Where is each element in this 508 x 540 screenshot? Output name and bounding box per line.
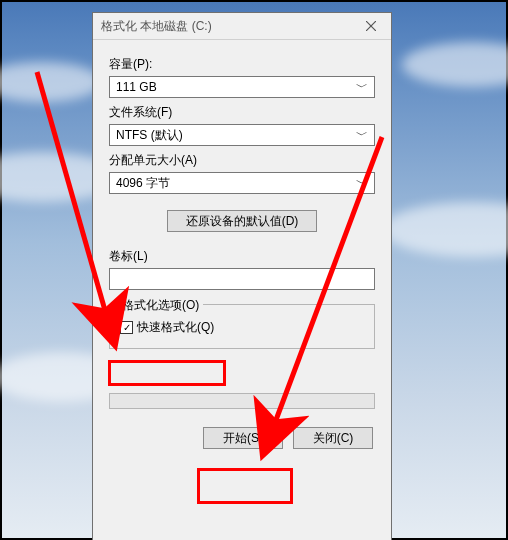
- format-options-group: 格式化选项(O) ✓ 快速格式化(Q): [109, 304, 375, 349]
- capacity-select[interactable]: 111 GB ﹀: [109, 76, 375, 98]
- chevron-down-icon: ﹀: [354, 127, 370, 144]
- button-row: 开始(S) 关闭(C): [109, 427, 375, 449]
- allocation-select[interactable]: 4096 字节 ﹀: [109, 172, 375, 194]
- quick-format-checkbox-row[interactable]: ✓ 快速格式化(Q): [120, 319, 364, 336]
- progress-bar: [109, 393, 375, 409]
- restore-defaults-label: 还原设备的默认值(D): [186, 213, 299, 230]
- capacity-label: 容量(P):: [109, 56, 375, 73]
- window-close-button[interactable]: [351, 13, 391, 39]
- chevron-down-icon: ﹀: [354, 175, 370, 192]
- close-icon: [366, 21, 376, 31]
- filesystem-select[interactable]: NTFS (默认) ﹀: [109, 124, 375, 146]
- capacity-value: 111 GB: [116, 80, 157, 94]
- start-button[interactable]: 开始(S): [203, 427, 283, 449]
- format-dialog: 格式化 本地磁盘 (C:) 容量(P): 111 GB ﹀ 文件系统(F) NT…: [92, 12, 392, 540]
- close-button-label: 关闭(C): [313, 430, 354, 447]
- allocation-label: 分配单元大小(A): [109, 152, 375, 169]
- volume-label-input[interactable]: [109, 268, 375, 290]
- quick-format-label: 快速格式化(Q): [137, 319, 214, 336]
- filesystem-label: 文件系统(F): [109, 104, 375, 121]
- start-button-label: 开始(S): [223, 430, 263, 447]
- filesystem-value: NTFS (默认): [116, 127, 183, 144]
- window-title: 格式化 本地磁盘 (C:): [101, 18, 351, 35]
- quick-format-checkbox[interactable]: ✓: [120, 321, 133, 334]
- close-button[interactable]: 关闭(C): [293, 427, 373, 449]
- format-options-legend: 格式化选项(O): [118, 297, 203, 314]
- titlebar: 格式化 本地磁盘 (C:): [93, 13, 391, 40]
- client-area: 容量(P): 111 GB ﹀ 文件系统(F) NTFS (默认) ﹀ 分配单元…: [93, 40, 391, 449]
- desktop-background: 格式化 本地磁盘 (C:) 容量(P): 111 GB ﹀ 文件系统(F) NT…: [0, 0, 508, 540]
- allocation-value: 4096 字节: [116, 175, 170, 192]
- restore-defaults-button[interactable]: 还原设备的默认值(D): [167, 210, 317, 232]
- chevron-down-icon: ﹀: [354, 79, 370, 96]
- volume-label-label: 卷标(L): [109, 248, 375, 265]
